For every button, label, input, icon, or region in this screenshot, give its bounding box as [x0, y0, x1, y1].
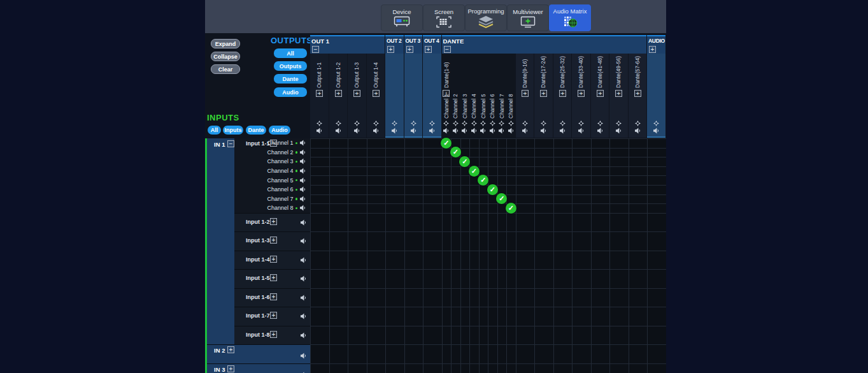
expand-toggle[interactable]: − [444, 46, 451, 53]
gain-icon[interactable] [541, 121, 546, 126]
expand-toggle[interactable]: + [372, 90, 379, 97]
speaker-icon[interactable] [353, 128, 360, 134]
outputs-filter-dante[interactable]: Dante [274, 74, 307, 84]
speaker-icon[interactable] [471, 128, 478, 134]
speaker-icon[interactable] [299, 149, 306, 156]
row-group-in-1[interactable] [207, 138, 234, 344]
speaker-icon[interactable] [597, 128, 604, 134]
gain-icon[interactable] [635, 121, 641, 126]
speaker-icon[interactable] [299, 140, 306, 146]
outputs-filter-audio[interactable]: Audio [274, 87, 307, 97]
expand-toggle[interactable]: + [270, 331, 277, 338]
speaker-icon[interactable] [300, 295, 307, 301]
speaker-icon[interactable] [615, 128, 622, 134]
speaker-icon[interactable] [498, 128, 505, 134]
clear-button[interactable]: Clear [211, 64, 240, 74]
speaker-icon[interactable] [452, 128, 459, 134]
gain-icon[interactable] [480, 121, 486, 126]
expand-toggle[interactable]: + [270, 274, 277, 281]
speaker-icon[interactable] [300, 219, 307, 226]
tab-audio-matrix[interactable]: Audio Matrix [549, 4, 591, 31]
speaker-icon[interactable] [508, 128, 515, 134]
collapse-button[interactable]: Collapse [211, 52, 240, 61]
expand-button[interactable]: Expand [211, 39, 240, 48]
expand-toggle[interactable]: − [312, 46, 319, 53]
gain-icon[interactable] [354, 121, 360, 126]
speaker-icon[interactable] [578, 128, 585, 134]
speaker-icon[interactable] [634, 128, 641, 134]
inputs-filter-dante[interactable]: Dante [246, 126, 266, 135]
speaker-icon[interactable] [300, 353, 307, 359]
speaker-icon[interactable] [300, 313, 307, 319]
tab-programming[interactable]: Programming [465, 4, 507, 31]
gain-icon[interactable] [317, 121, 322, 126]
expand-toggle[interactable]: + [227, 365, 234, 372]
speaker-icon[interactable] [335, 128, 342, 134]
speaker-icon[interactable] [299, 177, 306, 184]
gain-icon[interactable] [560, 121, 566, 126]
speaker-icon[interactable] [522, 128, 529, 134]
expand-toggle[interactable]: + [649, 46, 656, 53]
speaker-icon[interactable] [559, 128, 566, 134]
expand-toggle[interactable]: + [425, 46, 432, 53]
inputs-filter-inputs[interactable]: Inputs [223, 126, 243, 135]
expand-toggle[interactable]: + [387, 46, 394, 53]
speaker-icon[interactable] [489, 128, 496, 134]
speaker-icon[interactable] [653, 128, 660, 134]
speaker-icon[interactable] [316, 128, 323, 134]
gain-icon[interactable] [578, 121, 584, 126]
expand-toggle[interactable]: + [615, 90, 622, 97]
expand-toggle[interactable]: + [334, 90, 341, 97]
expand-toggle[interactable]: + [270, 237, 277, 244]
gain-icon[interactable] [429, 121, 435, 126]
gain-icon[interactable] [373, 121, 379, 126]
route-active[interactable]: ✓ [441, 138, 452, 149]
gain-icon[interactable] [653, 121, 659, 126]
expand-toggle[interactable]: + [270, 218, 277, 225]
speaker-icon[interactable] [299, 186, 306, 193]
gain-icon[interactable] [462, 121, 467, 126]
tab-device[interactable]: Device [381, 4, 423, 31]
speaker-icon[interactable] [480, 128, 487, 134]
gain-icon[interactable] [597, 121, 603, 126]
gain-icon[interactable] [443, 121, 449, 126]
inputs-filter-audio[interactable]: Audio [269, 126, 290, 135]
expand-toggle[interactable]: + [596, 90, 603, 97]
expand-toggle[interactable]: + [353, 90, 360, 97]
speaker-icon[interactable] [300, 238, 307, 244]
speaker-icon[interactable] [373, 128, 380, 134]
speaker-icon[interactable] [410, 128, 417, 134]
expand-toggle[interactable]: + [540, 90, 547, 97]
speaker-icon[interactable] [299, 158, 306, 165]
expand-toggle[interactable]: + [521, 90, 528, 97]
expand-toggle[interactable]: + [316, 90, 323, 97]
speaker-icon[interactable] [299, 196, 306, 202]
route-active[interactable]: ✓ [469, 166, 480, 177]
expand-toggle[interactable]: − [227, 140, 234, 147]
gain-icon[interactable] [336, 121, 341, 126]
gain-icon[interactable] [411, 121, 416, 126]
gain-icon[interactable] [508, 121, 514, 126]
speaker-icon[interactable] [391, 128, 398, 134]
expand-toggle[interactable]: + [578, 90, 585, 97]
speaker-icon[interactable] [299, 205, 306, 211]
tab-screen[interactable]: Screen [423, 4, 465, 31]
route-active[interactable]: ✓ [487, 184, 498, 195]
expand-toggle[interactable]: + [634, 90, 641, 97]
gain-icon[interactable] [499, 121, 504, 126]
speaker-icon[interactable] [299, 168, 306, 174]
speaker-icon[interactable] [540, 128, 547, 134]
expand-toggle[interactable]: + [559, 90, 566, 97]
speaker-icon[interactable] [300, 275, 307, 282]
speaker-icon[interactable] [461, 128, 468, 134]
tab-multiviewer[interactable]: Multiviewer [507, 4, 549, 31]
outputs-filter-all[interactable]: All [274, 48, 307, 58]
expand-toggle[interactable]: − [443, 90, 450, 97]
speaker-icon[interactable] [443, 128, 450, 134]
expand-toggle[interactable]: + [270, 312, 277, 319]
speaker-icon[interactable] [300, 332, 307, 339]
gain-icon[interactable] [616, 121, 622, 126]
gain-icon[interactable] [471, 121, 477, 126]
gain-icon[interactable] [392, 121, 397, 126]
inputs-filter-all[interactable]: All [208, 126, 221, 135]
